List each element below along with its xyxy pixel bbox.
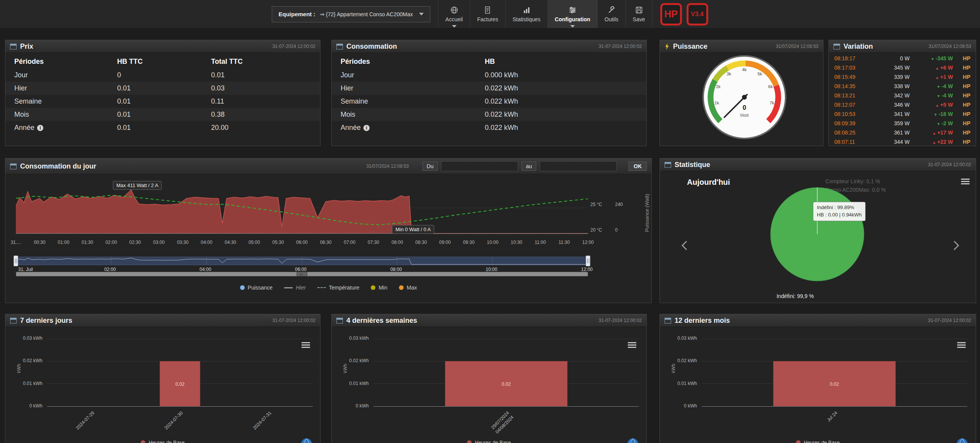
sliders-icon xyxy=(568,6,577,14)
panel-consommation: Consommation 31-07-2024 12:00:02 Période… xyxy=(331,40,647,146)
variation-value: 345 W xyxy=(873,65,910,71)
power-tick: 0 xyxy=(615,227,635,233)
x-axis-label: 09:30 xyxy=(457,240,481,245)
x-axis-label: 10:30 xyxy=(505,240,528,245)
nav-item-outils[interactable]: Outils xyxy=(597,0,625,28)
menu-icon[interactable] xyxy=(961,179,970,185)
chart-icon xyxy=(665,162,671,168)
menu-icon[interactable] xyxy=(628,342,636,348)
panel-variation: Variation 31/07/2024 12:08:53 08:18:17 0… xyxy=(828,40,976,146)
legend-item[interactable]: Puissance xyxy=(240,285,273,291)
panel-timestamp: 31-07-2024 12:00:02 xyxy=(273,44,315,49)
consommation-table: Périodes HB Jour0.000 kWh Hier0.022 kWh … xyxy=(332,53,646,146)
navigator-band[interactable] xyxy=(16,257,588,265)
scrollbar-grip[interactable] xyxy=(297,272,307,276)
panel-header: 12 derniers mois 31-07-2024 12:00:02 xyxy=(660,314,976,327)
bar[interactable]: 0.02 xyxy=(160,361,200,406)
ok-button[interactable]: OK xyxy=(629,162,647,171)
legend-item[interactable]: Min xyxy=(371,285,387,291)
legend-label: Puissance xyxy=(248,285,273,291)
nav-item-accueil[interactable]: Accueil xyxy=(438,0,470,28)
x-axis-label: 2024-07-29 xyxy=(50,410,95,443)
globe-icon[interactable] xyxy=(627,438,639,443)
x-axis-label: 06:00 xyxy=(290,240,314,245)
date-to-label: au xyxy=(522,162,536,171)
gauge-tick: 6k xyxy=(768,84,773,89)
col-header: HB xyxy=(485,58,646,66)
variation-row: 08:12:07 346 W +5 W HP xyxy=(829,100,976,109)
y-axis-label: 0.01 kWh xyxy=(677,381,697,386)
date-to-input[interactable] xyxy=(540,161,617,171)
panel-timestamp: 31-07-2024 12:00:02 xyxy=(273,318,315,323)
navigator-handle-right[interactable] xyxy=(586,256,590,266)
table-row: Année0.022 kWh xyxy=(332,121,646,134)
legend-item[interactable]: Hier xyxy=(284,285,306,291)
panel-four-weeks: 4 dernières semaines 31-07-2024 12:00:02… xyxy=(331,314,647,443)
chart-legend[interactable]: Heures de Base xyxy=(660,440,976,443)
info-icon[interactable] xyxy=(37,125,43,131)
gauge-body: 1k 2k 3k 4k 5k 6k 7k 0 Watt xyxy=(660,53,823,146)
variation-row: 08:09:39 359 W -2 W HP xyxy=(829,119,976,128)
navigator-handle-left[interactable] xyxy=(14,256,18,266)
date-from-input[interactable] xyxy=(441,161,518,171)
x-axis-label: 12:00 xyxy=(576,240,600,245)
prix-table: Périodes HB TTC Total TTC Jour00.01 Hier… xyxy=(5,53,320,146)
legend-item[interactable]: Max xyxy=(399,285,417,291)
bar[interactable]: 0.02 xyxy=(773,361,895,406)
y-axis-label: 0.02 kWh xyxy=(677,358,697,363)
pie-chart xyxy=(767,184,868,285)
globe-icon[interactable] xyxy=(956,438,968,443)
panel-conso-jour: Consommation du jour 31/07/2024 12:08:53… xyxy=(5,158,652,303)
legend-label: Min xyxy=(378,285,387,291)
legend-item[interactable]: Température xyxy=(317,285,360,291)
table-row: Semaine0.022 kWh xyxy=(332,95,646,108)
gauge-value: 0 xyxy=(743,104,746,111)
nav-item-factures[interactable]: Factures xyxy=(470,0,505,28)
menu-icon[interactable] xyxy=(302,342,310,348)
navigator-label: 06:00 xyxy=(295,267,307,272)
gauge-unit: Watt xyxy=(740,113,749,118)
next-arrow-icon[interactable] xyxy=(952,240,961,251)
variation-row: 08:18:17 0 W -345 W HP xyxy=(829,54,976,63)
x-axis-label: 02:00 xyxy=(100,240,123,245)
table-row: Semaine0.010.11 xyxy=(5,95,320,108)
x-axis-label: 08:00 xyxy=(386,240,409,245)
menu-icon[interactable] xyxy=(957,342,966,348)
equipment-selector[interactable]: Equipement : ⇒ {72} Appartement Conso AC… xyxy=(272,6,430,22)
gauge-tick: 4k xyxy=(742,67,747,72)
bar-plot: 0.02 xyxy=(47,339,313,406)
legend-marker xyxy=(141,440,145,443)
chart-icon xyxy=(10,164,17,169)
nav-item-configuration[interactable]: Configuration xyxy=(547,0,597,28)
variation-tariff: HP xyxy=(953,92,970,99)
chart-subtitle: Aujourd'hui xyxy=(687,178,730,187)
prev-arrow-icon[interactable] xyxy=(680,240,689,251)
variation-value: 0 W xyxy=(873,55,910,61)
bar[interactable]: 0.02 xyxy=(445,361,567,406)
chart-legend[interactable]: Heures de Base xyxy=(332,440,646,443)
legend-marker xyxy=(796,440,801,443)
table-icon xyxy=(336,44,343,49)
x-axis-label: 31.... xyxy=(4,240,27,245)
chart-icon xyxy=(10,318,17,324)
y-axis-labels: 0 kWh0.01 kWh0.02 kWh0.03 kWh xyxy=(660,339,699,406)
x-axis-label: 02:30 xyxy=(123,240,147,245)
info-icon[interactable] xyxy=(363,125,370,131)
y-axis-label: 0.02 kWh xyxy=(23,358,43,363)
bar-value-label: 0.02 xyxy=(445,382,567,387)
equipment-value: ⇒ {72} Appartement Conso AC200Max xyxy=(320,11,413,17)
panel-timestamp: 31-07-2024 12:00:02 xyxy=(928,162,971,167)
gauge-tick: 1k xyxy=(714,101,719,105)
chart-legend[interactable]: Heures de Base xyxy=(5,440,320,443)
panel-timestamp: 31-07-2024 12:00:02 xyxy=(599,318,642,323)
y-axis-label: 0 kWh xyxy=(356,403,369,409)
nav-item-save[interactable]: Save xyxy=(625,0,653,28)
temp-tick: 25 °C xyxy=(590,202,610,207)
gridline xyxy=(702,339,967,339)
panel-title: Consommation xyxy=(346,43,397,51)
gauge-tick: 5k xyxy=(758,72,762,76)
nav-item-statistiques[interactable]: Statistiques xyxy=(505,0,547,28)
globe-icon[interactable] xyxy=(301,438,312,443)
gauge-tick: 7k xyxy=(770,101,774,105)
chart-legend: Puissance Hier Température Min xyxy=(5,285,651,291)
